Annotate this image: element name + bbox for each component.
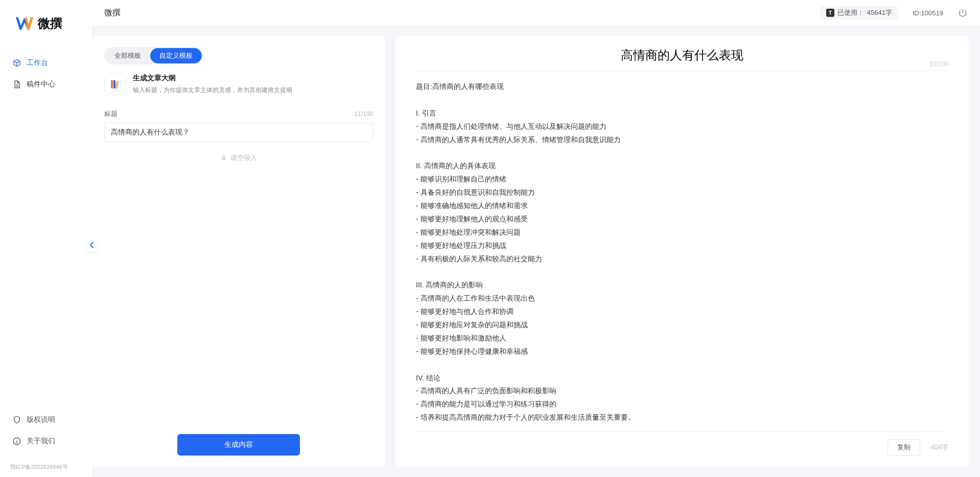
usage-label: 已使用：: [837, 8, 864, 17]
text-icon: T: [826, 9, 834, 17]
copy-button[interactable]: 复制: [888, 439, 920, 456]
nav: 工作台 稿件中心: [0, 53, 92, 404]
result-panel: 高情商的人有什么表现 10/100 题目:高情商的人有哪些表现 I. 引言 - …: [395, 36, 969, 467]
template-card: 生成文章大纲 输入标题，为你提供文章主体的灵感，并为其创建推文提纲: [104, 74, 373, 95]
page-title: 微撰: [104, 8, 121, 18]
nav-drafts-label: 稿件中心: [27, 80, 55, 89]
template-desc: 输入标题，为你提供文章主体的灵感，并为其创建推文提纲: [133, 86, 373, 95]
chevron-left-icon: [89, 241, 95, 248]
svg-rect-2: [113, 80, 115, 88]
nav-about[interactable]: 关于我们: [6, 431, 86, 451]
tab-all[interactable]: 全部模板: [105, 48, 150, 63]
topbar-right: T 已使用： 45641字 ID:100519: [820, 6, 968, 19]
result-footer: 复制 404字: [416, 431, 948, 456]
nav-workspace[interactable]: 工作台: [6, 53, 86, 73]
sidebar: 微撰 工作台 稿件中心 版权说明: [0, 0, 92, 477]
tab-custom[interactable]: 自定义模板: [150, 48, 202, 63]
id-display: ID:100519: [913, 9, 943, 17]
icp-text: 鄂ICP备2022016946号: [0, 459, 92, 477]
voice-input-hint[interactable]: 请空录入: [104, 153, 373, 163]
template-panel: 全部模板 自定义模板 生成文章大纲 输入标题，为你提供文章主体的灵感，并为其创建…: [92, 36, 385, 467]
document-icon: [12, 80, 21, 89]
result-title-counter: 10/100: [929, 60, 948, 67]
svg-rect-4: [223, 155, 225, 158]
logo-icon: [15, 14, 34, 33]
generate-button[interactable]: 生成内容: [177, 434, 300, 456]
svg-rect-1: [111, 80, 113, 88]
usage-value: 45641字: [867, 8, 892, 17]
topbar: 微撰 T 已使用： 45641字 ID:100519: [92, 0, 980, 26]
char-count: 404字: [930, 443, 948, 452]
logo: 微撰: [0, 0, 92, 53]
usage-pill[interactable]: T 已使用： 45641字: [820, 6, 898, 19]
field-counter: 11/100: [354, 110, 373, 118]
cube-icon: [12, 58, 21, 67]
info-icon: [12, 437, 21, 446]
content: 全部模板 自定义模板 生成文章大纲 输入标题，为你提供文章主体的灵感，并为其创建…: [92, 26, 980, 477]
tabs: 全部模板 自定义模板: [104, 47, 203, 64]
power-icon[interactable]: [958, 8, 968, 18]
result-header: 高情商的人有什么表现 10/100: [416, 47, 948, 71]
books-icon: [104, 74, 126, 95]
nav-drafts[interactable]: 稿件中心: [6, 75, 86, 94]
nav-about-label: 关于我们: [27, 437, 55, 446]
title-input[interactable]: [104, 123, 373, 142]
template-title: 生成文章大纲: [133, 74, 373, 83]
nav-copyright-label: 版权说明: [27, 415, 55, 424]
collapse-handle[interactable]: [87, 238, 97, 252]
mic-icon: [220, 154, 227, 162]
svg-rect-3: [115, 81, 119, 88]
sidebar-bottom: 版权说明 关于我们: [0, 404, 92, 459]
result-body[interactable]: 题目:高情商的人有哪些表现 I. 引言 - 高情商是指人们处理情绪、与他人互动以…: [416, 77, 948, 425]
result-title: 高情商的人有什么表现: [416, 47, 948, 63]
main: 微撰 T 已使用： 45641字 ID:100519 全部模板 自定: [92, 0, 980, 477]
field-label: 标题: [104, 109, 118, 119]
nav-workspace-label: 工作台: [27, 58, 48, 67]
nav-copyright[interactable]: 版权说明: [6, 410, 86, 429]
logo-text: 微撰: [38, 15, 62, 32]
shield-icon: [12, 415, 21, 424]
